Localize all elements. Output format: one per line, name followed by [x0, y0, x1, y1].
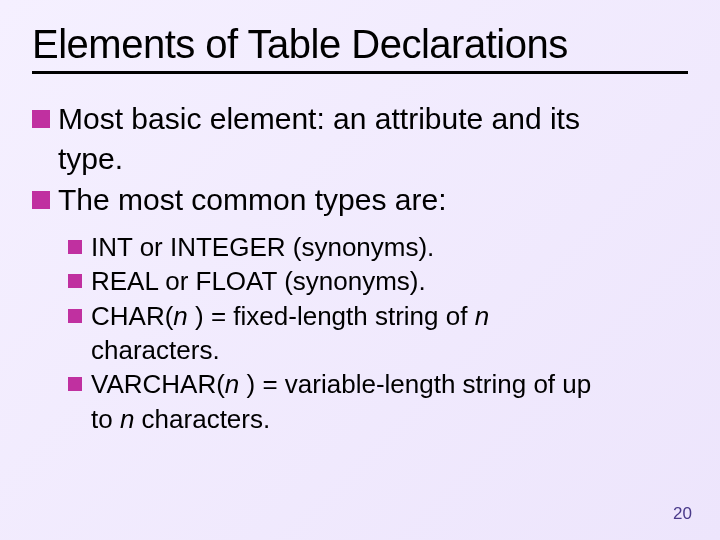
sub-4-text-line1: VARCHAR(n ) = variable-length string of … [91, 368, 591, 401]
sub-bullet-list: INT or INTEGER (synonyms). REAL or FLOAT… [68, 231, 688, 436]
bullet-2-text: The most common types are: [58, 181, 446, 219]
text-fragment: characters. [142, 404, 271, 434]
title-underline [32, 71, 688, 74]
text-fragment: CHAR( [91, 301, 173, 331]
bullet-item-2: The most common types are: [32, 181, 688, 219]
page-number: 20 [673, 504, 692, 524]
square-bullet-icon [32, 110, 50, 128]
sub-3-text-line1: CHAR(n ) = fixed-length string of n [91, 300, 489, 333]
bullet-1-text-line2: type. [58, 140, 688, 178]
italic-n: n [225, 369, 247, 399]
italic-n: n [173, 301, 195, 331]
sub-item-3: CHAR(n ) = fixed-length string of n [68, 300, 688, 333]
text-fragment: ) = variable-length string of up [247, 369, 592, 399]
sub-2-text: REAL or FLOAT (synonyms). [91, 265, 426, 298]
sub-item-1: INT or INTEGER (synonyms). [68, 231, 688, 264]
square-bullet-icon [32, 191, 50, 209]
text-fragment: VARCHAR( [91, 369, 225, 399]
sub-3-text-line2: characters. [91, 334, 688, 367]
italic-n: n [475, 301, 489, 331]
square-bullet-icon [68, 309, 82, 323]
sub-item-4: VARCHAR(n ) = variable-length string of … [68, 368, 688, 401]
sub-1-text: INT or INTEGER (synonyms). [91, 231, 434, 264]
square-bullet-icon [68, 377, 82, 391]
slide-content: Elements of Table Declarations Most basi… [0, 0, 720, 436]
italic-n: n [120, 404, 142, 434]
slide-title: Elements of Table Declarations [32, 22, 688, 67]
sub-4-text-line2: to n characters. [91, 403, 688, 436]
square-bullet-icon [68, 274, 82, 288]
bullet-item-1: Most basic element: an attribute and its [32, 100, 688, 138]
square-bullet-icon [68, 240, 82, 254]
bullet-1-text-line1: Most basic element: an attribute and its [58, 100, 580, 138]
text-fragment: ) = fixed-length string of [195, 301, 475, 331]
text-fragment: to [91, 404, 120, 434]
sub-item-2: REAL or FLOAT (synonyms). [68, 265, 688, 298]
